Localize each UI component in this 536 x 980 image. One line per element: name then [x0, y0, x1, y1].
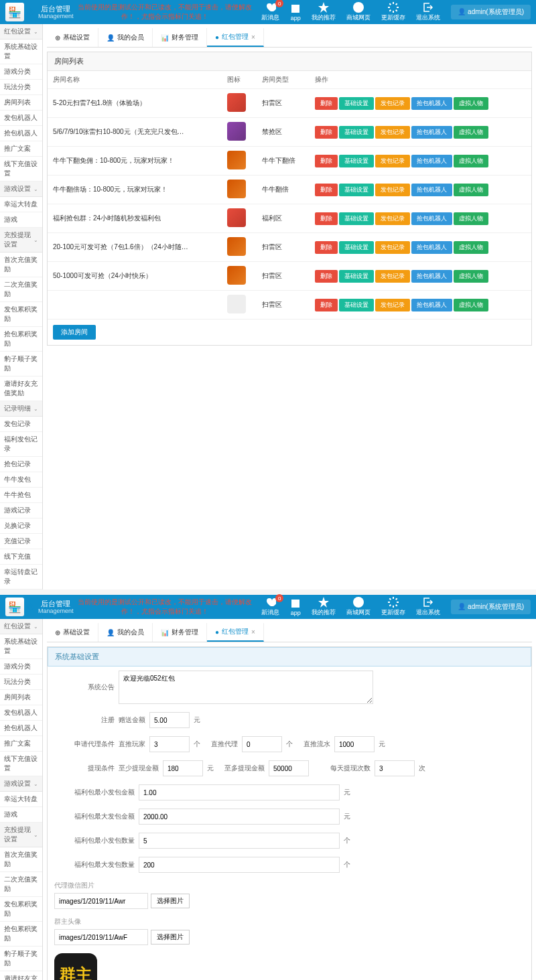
tab-红包管理[interactable]: ●红包管理× — [207, 623, 264, 642]
sidebar-item[interactable]: 幸运转盘记录 — [0, 565, 42, 589]
action-抢包机器人[interactable]: 抢包机器人 — [411, 241, 452, 254]
sidebar-item[interactable]: 二次充值奖励 — [0, 277, 42, 302]
sidebar-item[interactable]: 游戏 — [0, 212, 42, 228]
sidebar-item[interactable]: 游戏分类 — [0, 659, 42, 675]
sidebar-group[interactable]: 红包设置⌄ — [0, 619, 42, 634]
sidebar-item[interactable]: 发包机器人 — [0, 705, 42, 721]
tab-基础设置[interactable]: ⊕基础设置 — [47, 623, 98, 642]
header-icon-退出系统[interactable]: 退出系统 — [411, 596, 446, 618]
admin-button[interactable]: 👤 admin(系统管理员) — [451, 5, 531, 19]
action-删除[interactable]: 删除 — [315, 184, 338, 196]
action-删除[interactable]: 删除 — [315, 241, 338, 254]
admin-button[interactable]: 👤 admin(系统管理员) — [451, 600, 531, 614]
action-基础设置[interactable]: 基础设置 — [339, 299, 374, 311]
sidebar-item[interactable]: 充值记录 — [0, 534, 42, 549]
header-icon-退出系统[interactable]: 退出系统 — [411, 1, 446, 23]
sidebar-item[interactable]: 游戏 — [0, 807, 42, 823]
choose-file-button[interactable]: 选择图片 — [151, 894, 190, 908]
sidebar-item[interactable]: 幸运大转盘 — [0, 792, 42, 807]
sidebar-item[interactable]: 兑换记录 — [0, 518, 42, 534]
field-input[interactable] — [242, 736, 282, 752]
sidebar-group[interactable]: 充投提现设置⌄ — [0, 823, 42, 847]
action-发包记录[interactable]: 发包记录 — [375, 241, 410, 254]
action-发包记录[interactable]: 发包记录 — [375, 270, 410, 283]
action-发包记录[interactable]: 发包记录 — [375, 126, 410, 139]
sidebar-item[interactable]: 玩法分类 — [0, 80, 42, 95]
sidebar-group[interactable]: 记录明细⌄ — [0, 401, 42, 417]
sidebar-item[interactable]: 幸运大转盘 — [0, 197, 42, 212]
action-发包记录[interactable]: 发包记录 — [375, 184, 410, 196]
action-删除[interactable]: 删除 — [315, 299, 338, 311]
sidebar-group[interactable]: 充投提现设置⌄ — [0, 228, 42, 253]
sidebar-item[interactable]: 房间列表 — [0, 690, 42, 705]
action-基础设置[interactable]: 基础设置 — [339, 97, 374, 110]
sidebar-item[interactable]: 系统基础设置 — [0, 40, 42, 64]
action-抢包机器人[interactable]: 抢包机器人 — [411, 184, 452, 196]
sidebar-item[interactable]: 发包累积奖励 — [0, 897, 42, 922]
header-icon-商城网页[interactable]: 商城网页 — [341, 596, 376, 618]
action-虚拟人物[interactable]: 虚拟人物 — [454, 126, 488, 139]
welfare-input[interactable] — [139, 809, 340, 825]
sidebar-item[interactable]: 牛牛发包 — [0, 472, 42, 488]
action-基础设置[interactable]: 基础设置 — [339, 184, 374, 196]
action-发包记录[interactable]: 发包记录 — [375, 212, 410, 225]
action-基础设置[interactable]: 基础设置 — [339, 155, 374, 167]
header-icon-我的推荐[interactable]: 我的推荐 — [306, 596, 341, 618]
header-icon-新消息[interactable]: 新消息0 — [256, 596, 285, 618]
action-虚拟人物[interactable]: 虚拟人物 — [454, 212, 488, 225]
header-icon-新消息[interactable]: 新消息0 — [256, 1, 285, 23]
action-虚拟人物[interactable]: 虚拟人物 — [454, 155, 488, 167]
sidebar-item[interactable]: 房间列表 — [0, 95, 42, 111]
action-删除[interactable]: 删除 — [315, 270, 338, 283]
sidebar-item[interactable]: 系统基础设置 — [0, 634, 42, 659]
sidebar-item[interactable]: 发包累积奖励 — [0, 302, 42, 327]
action-虚拟人物[interactable]: 虚拟人物 — [454, 270, 488, 283]
action-基础设置[interactable]: 基础设置 — [339, 241, 374, 254]
action-发包记录[interactable]: 发包记录 — [375, 155, 410, 167]
header-icon-app[interactable]: app — [285, 2, 306, 23]
action-抢包机器人[interactable]: 抢包机器人 — [411, 126, 452, 139]
action-发包记录[interactable]: 发包记录 — [375, 299, 410, 311]
sidebar-item[interactable]: 豹子顺子奖励 — [0, 352, 42, 376]
sidebar-item[interactable]: 二次充值奖励 — [0, 872, 42, 897]
tab-我的会员[interactable]: 👤我的会员 — [98, 623, 153, 642]
action-删除[interactable]: 删除 — [315, 212, 338, 225]
sidebar-item[interactable]: 游戏记录 — [0, 503, 42, 518]
sidebar-item[interactable]: 推广文案 — [0, 141, 42, 157]
field-input[interactable] — [149, 736, 190, 752]
sidebar-item[interactable]: 发包机器人 — [0, 111, 42, 126]
reg-amount-input[interactable] — [149, 712, 190, 728]
action-删除[interactable]: 删除 — [315, 126, 338, 139]
action-抢包机器人[interactable]: 抢包机器人 — [411, 270, 452, 283]
header-icon-我的推荐[interactable]: 我的推荐 — [306, 1, 341, 23]
sidebar-item[interactable]: 推广文案 — [0, 736, 42, 752]
file-path-input[interactable] — [54, 929, 148, 945]
sidebar-item[interactable]: 抢包累积奖励 — [0, 922, 42, 947]
action-虚拟人物[interactable]: 虚拟人物 — [454, 97, 488, 110]
action-发包记录[interactable]: 发包记录 — [375, 97, 410, 110]
action-基础设置[interactable]: 基础设置 — [339, 270, 374, 283]
tab-财务管理[interactable]: 📊财务管理 — [153, 28, 207, 47]
field-input[interactable] — [269, 760, 309, 776]
sidebar-item[interactable]: 抢包累积奖励 — [0, 327, 42, 352]
tab-我的会员[interactable]: 👤我的会员 — [98, 28, 153, 47]
sidebar-item[interactable]: 玩法分类 — [0, 675, 42, 690]
action-虚拟人物[interactable]: 虚拟人物 — [454, 184, 488, 196]
close-icon[interactable]: × — [251, 33, 255, 41]
add-room-button[interactable]: 添加房间 — [53, 325, 96, 340]
file-path-input[interactable] — [54, 893, 148, 909]
field-input[interactable] — [375, 760, 415, 776]
header-icon-商城网页[interactable]: 商城网页 — [341, 1, 376, 23]
sidebar-item[interactable]: 线下充值设置 — [0, 752, 42, 776]
sidebar-item[interactable]: 抢包记录 — [0, 457, 42, 472]
welfare-input[interactable] — [139, 833, 340, 849]
sidebar-item[interactable]: 首次充值奖励 — [0, 847, 42, 872]
sidebar-group[interactable]: 游戏设置⌄ — [0, 776, 42, 792]
sidebar-group[interactable]: 红包设置⌄ — [0, 24, 42, 40]
action-抢包机器人[interactable]: 抢包机器人 — [411, 299, 452, 311]
sidebar-item[interactable]: 发包记录 — [0, 417, 42, 432]
choose-file-button[interactable]: 选择图片 — [151, 930, 190, 944]
tab-财务管理[interactable]: 📊财务管理 — [153, 623, 207, 642]
sidebar-item[interactable]: 邀请好友充值奖励 — [0, 376, 42, 401]
sidebar-item[interactable]: 福利发包记录 — [0, 432, 42, 457]
